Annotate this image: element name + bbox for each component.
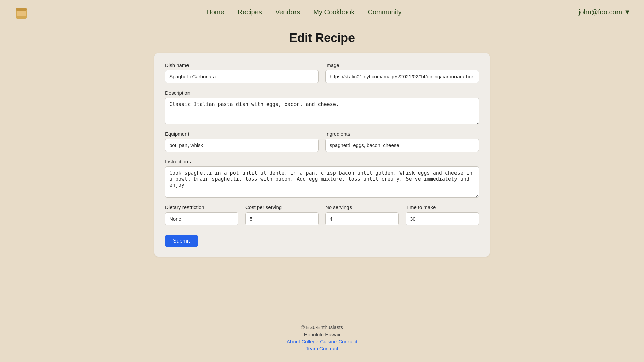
dish-name-label: Dish name	[165, 62, 319, 68]
dietary-group: Dietary restriction	[165, 204, 238, 225]
description-label: Description	[165, 90, 479, 96]
user-menu[interactable]: john@foo.com ▼	[579, 8, 631, 16]
cost-input[interactable]	[245, 212, 319, 225]
description-textarea[interactable]	[165, 98, 479, 124]
logo-icon[interactable]	[13, 4, 30, 20]
dish-name-group: Dish name	[165, 62, 319, 83]
page-title: Edit Recipe	[0, 31, 644, 45]
user-email: john@foo.com	[579, 8, 622, 16]
nav-links: Home Recipes Vendors My Cookbook Communi…	[206, 8, 401, 16]
instructions-label: Instructions	[165, 159, 479, 164]
form-row-4: Instructions	[165, 159, 479, 198]
instructions-textarea[interactable]	[165, 166, 479, 198]
equipment-input[interactable]	[165, 139, 319, 152]
instructions-group: Instructions	[165, 159, 479, 198]
description-group: Description	[165, 90, 479, 124]
cost-group: Cost per serving	[245, 204, 319, 225]
time-group: Time to make	[406, 204, 479, 225]
dropdown-icon: ▼	[624, 8, 631, 16]
navbar: Home Recipes Vendors My Cookbook Communi…	[0, 0, 644, 24]
form-row-1: Dish name Image	[165, 62, 479, 83]
dietary-label: Dietary restriction	[165, 204, 238, 210]
form-row-3: Equipment Ingredients	[165, 131, 479, 152]
nav-my-cookbook[interactable]: My Cookbook	[313, 8, 354, 16]
form-row-5: Dietary restriction Cost per serving No …	[165, 204, 479, 225]
dietary-input[interactable]	[165, 212, 238, 225]
ingredients-input[interactable]	[325, 139, 479, 152]
footer-copyright: © ES6-Enthusiasts	[0, 324, 644, 330]
image-input[interactable]	[325, 70, 479, 83]
dish-name-input[interactable]	[165, 70, 319, 83]
equipment-group: Equipment	[165, 131, 319, 152]
footer: © ES6-Enthusiasts Honolulu Hawaii About …	[0, 311, 644, 362]
time-input[interactable]	[406, 212, 479, 225]
form-row-2: Description	[165, 90, 479, 124]
svg-rect-1	[17, 10, 26, 16]
cost-label: Cost per serving	[245, 204, 319, 210]
servings-label: No servings	[325, 204, 399, 210]
servings-group: No servings	[325, 204, 399, 225]
submit-button[interactable]: Submit	[165, 235, 198, 247]
servings-input[interactable]	[325, 212, 399, 225]
image-label: Image	[325, 62, 479, 68]
nav-vendors[interactable]: Vendors	[275, 8, 300, 16]
time-label: Time to make	[406, 204, 479, 210]
edit-recipe-form: Dish name Image Description Equipment In…	[154, 53, 490, 257]
image-group: Image	[325, 62, 479, 83]
footer-location: Honolulu Hawaii	[0, 331, 644, 337]
equipment-label: Equipment	[165, 131, 319, 137]
footer-contract-link[interactable]: Team Contract	[0, 346, 644, 351]
svg-rect-2	[16, 8, 27, 11]
nav-community[interactable]: Community	[368, 8, 402, 16]
nav-recipes[interactable]: Recipes	[238, 8, 262, 16]
nav-home[interactable]: Home	[206, 8, 224, 16]
ingredients-label: Ingredients	[325, 131, 479, 137]
footer-about-link[interactable]: About College-Cuisine-Connect	[0, 339, 644, 344]
ingredients-group: Ingredients	[325, 131, 479, 152]
